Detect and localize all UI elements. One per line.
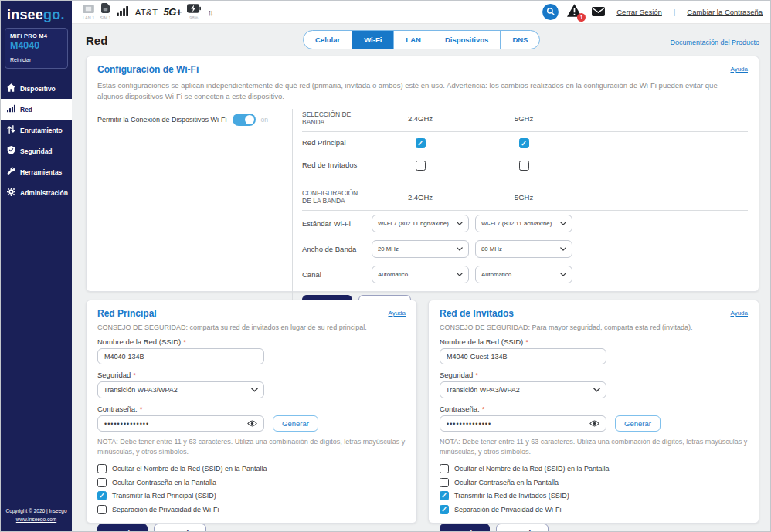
tab-wifi[interactable]: Wi-Fi — [352, 31, 394, 49]
guest-5ghz-checkbox[interactable] — [519, 161, 529, 171]
envelope-icon — [592, 5, 605, 19]
sidebar-item-seguridad[interactable]: Seguridad — [1, 141, 72, 161]
sidebar-item-label: Administración — [20, 189, 68, 197]
change-password-link[interactable]: Cambiar la Contraseña — [687, 8, 763, 16]
logo-text: insee — [7, 7, 43, 22]
cancel-button[interactable]: Cancelar — [154, 524, 206, 531]
band-col-24ghz: 2.4GHz — [372, 114, 469, 123]
tab-label: Celular — [315, 36, 340, 44]
sidebar-item-dispositivo[interactable]: Dispositivo — [1, 78, 72, 99]
primary-24ghz-checkbox[interactable] — [416, 138, 426, 148]
signal-strength-icon — [117, 5, 128, 19]
tab-dns[interactable]: DNS — [501, 31, 539, 49]
toggle-state-label: on — [261, 116, 268, 124]
checkbox-label: Separación de Privacidad de Wi-Fi — [454, 506, 562, 513]
tab-celular[interactable]: Celular — [304, 31, 352, 49]
wifi-toggle-label: Permitir la Conexión de Dispositivos Wi-… — [97, 116, 227, 124]
eye-icon[interactable] — [589, 420, 599, 427]
save-button[interactable]: Guardar — [440, 524, 490, 531]
alerts-button[interactable]: 1 — [567, 4, 582, 20]
bandwidth-24ghz-select[interactable]: 20 MHz — [372, 240, 469, 258]
help-link[interactable]: Ayuda — [730, 66, 748, 73]
band-config-header: CONFIGURACIÓN DE LA BANDA — [302, 189, 369, 205]
option-hide-password: Ocultar Contraseña en la Pantalla — [440, 478, 748, 487]
eye-icon[interactable] — [247, 420, 257, 427]
option-hide-password: Ocultar Contraseña en la Pantalla — [97, 478, 406, 487]
help-link[interactable]: Ayuda — [388, 310, 406, 317]
messages-button[interactable] — [592, 5, 605, 19]
sidebar-item-label: Herramientas — [20, 168, 62, 176]
inseego-website-link[interactable]: www.inseego.com — [16, 517, 56, 522]
ssid-label: Nombre de la Red (SSID)* — [440, 337, 748, 346]
bandwidth-row: Ancho de Banda 20 MHz 80 MHz — [302, 236, 748, 262]
sidebar-item-label: Enrutamiento — [20, 127, 63, 134]
band-selection-header: SELECCIÓN DE BANDA — [302, 110, 369, 127]
guest-24ghz-checkbox[interactable] — [416, 161, 426, 171]
wifi-standard-24ghz-select[interactable]: Wi-Fi 7 (802.11 bgn/ax/be) — [372, 215, 469, 232]
ssid-label: Nombre de la Red (SSID)* — [97, 337, 406, 346]
security-select[interactable]: Transición WPA3/WPA2 — [440, 381, 606, 398]
hide-ssid-checkbox[interactable] — [97, 464, 107, 473]
help-link[interactable]: Ayuda — [730, 310, 748, 317]
sim-status: SIM 1 — [100, 3, 110, 21]
cancel-button[interactable]: Cancelar — [496, 524, 549, 531]
ssid-input[interactable]: M4040-Guest-134B — [440, 348, 606, 364]
option-hide-ssid: Ocultar el Nombre de la Red (SSID) en la… — [440, 464, 748, 473]
card-title: Configuración de Wi-Fi — [97, 64, 199, 75]
channel-5ghz-select[interactable]: Automático — [475, 266, 572, 283]
network-tabs: Celular Wi-Fi LAN Dispositivos DNS — [303, 30, 540, 49]
generate-password-button[interactable]: Generar — [273, 415, 318, 432]
primary-5ghz-checkbox[interactable] — [519, 138, 529, 148]
save-button[interactable]: Guardar — [97, 524, 148, 531]
security-label: Seguridad* — [440, 371, 748, 379]
row-label: Estándar Wi-Fi — [302, 219, 369, 229]
sidebar: inseego. MiFi PRO M4 M4040 Reiniciar Dis… — [1, 1, 72, 531]
sidebar-item-enrutamiento[interactable]: Enrutamiento — [1, 120, 72, 141]
search-icon — [546, 5, 555, 19]
generate-password-button[interactable]: Generar — [615, 415, 661, 432]
tab-dispositivos[interactable]: Dispositivos — [433, 31, 501, 49]
sidebar-item-administracion[interactable]: Administración — [1, 182, 72, 203]
restart-link[interactable]: Reiniciar — [10, 57, 31, 63]
search-button[interactable] — [542, 4, 559, 20]
broadcast-ssid-checkbox[interactable] — [97, 491, 107, 500]
privacy-separation-checkbox[interactable] — [97, 505, 107, 514]
chevron-down-icon — [248, 386, 258, 394]
wifi-enable-toggle[interactable] — [233, 114, 256, 126]
shield-icon — [7, 146, 15, 156]
band-config-col-24ghz: 2.4GHz — [372, 193, 469, 202]
checkbox-label: Transmitir la Red Principal (SSID) — [112, 492, 216, 500]
sidebar-item-label: Red — [20, 106, 32, 114]
broadcast-ssid-checkbox[interactable] — [440, 491, 449, 500]
hide-password-checkbox[interactable] — [97, 478, 107, 487]
privacy-separation-checkbox[interactable] — [440, 505, 449, 514]
sidebar-item-herramientas[interactable]: Herramientas — [1, 161, 72, 182]
password-note: NOTA: Debe tener entre 11 y 63 caractere… — [97, 437, 406, 457]
password-input[interactable]: •••••••••••••• — [440, 415, 606, 432]
tab-lan[interactable]: LAN — [394, 31, 433, 49]
sim-caption: SIM 1 — [100, 16, 110, 21]
select-value: Automático — [481, 271, 511, 278]
password-input[interactable]: •••••••••••••• — [97, 415, 264, 432]
bandwidth-5ghz-select[interactable]: 80 MHz — [475, 240, 572, 258]
network-type-badge: 5G+ — [163, 6, 181, 18]
sidebar-item-red[interactable]: Red — [1, 99, 72, 120]
chevron-down-icon — [557, 271, 566, 278]
logout-link[interactable]: Cerrar Sesión — [616, 8, 662, 16]
sim-icon — [101, 3, 110, 15]
checkbox-label: Ocultar el Nombre de la Red (SSID) en la… — [112, 465, 267, 473]
topbar: LAN 1 SIM 1 AT&T 5G+ 98% ↑↓ 1 — [72, 1, 770, 24]
ssid-input[interactable]: M4040-134B — [97, 348, 264, 364]
channel-24ghz-select[interactable]: Automático — [372, 266, 469, 283]
card-title: Red Principal — [97, 308, 157, 319]
hide-password-checkbox[interactable] — [440, 478, 449, 487]
product-documentation-link[interactable]: Documentación del Producto — [670, 39, 759, 46]
hide-ssid-checkbox[interactable] — [440, 464, 449, 473]
signal-bars-icon — [7, 104, 15, 114]
option-broadcast-ssid: Transmitir la Red Principal (SSID) — [97, 491, 406, 500]
password-masked-value: •••••••••••••• — [104, 420, 149, 428]
battery-charging-icon — [187, 3, 201, 15]
wifi-standard-5ghz-select[interactable]: Wi-Fi 7 (802.11 acn/ax/be) — [475, 215, 572, 232]
security-select[interactable]: Transición WPA3/WPA2 — [97, 381, 264, 398]
password-masked-value: •••••••••••••• — [447, 420, 491, 428]
